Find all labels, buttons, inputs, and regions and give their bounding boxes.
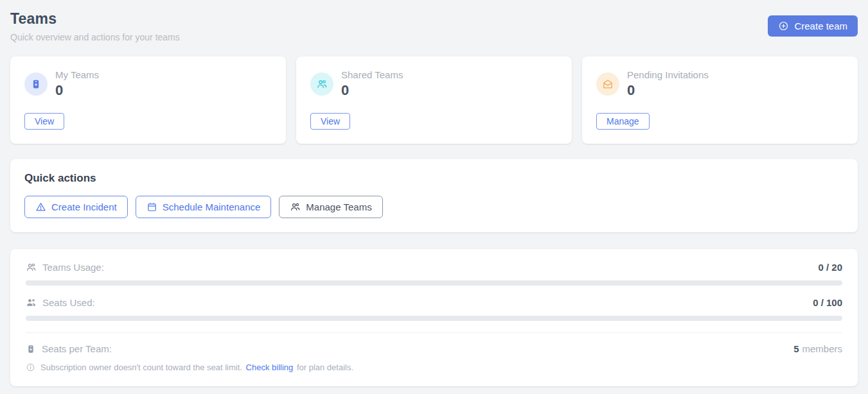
- stat-card-my-teams: My Teams 0 View: [10, 56, 286, 144]
- teams-usage-progressbar: [26, 280, 842, 286]
- view-my-teams-button[interactable]: View: [24, 113, 64, 130]
- quick-actions-card: Quick actions Create Incident Schedule M…: [10, 159, 858, 232]
- stat-label: My Teams: [55, 69, 99, 80]
- create-team-label: Create team: [794, 21, 847, 31]
- create-incident-button[interactable]: Create Incident: [24, 196, 128, 218]
- seats-used-value: 0 / 100: [813, 297, 842, 308]
- manage-invitations-button[interactable]: Manage: [596, 113, 650, 130]
- stat-value: 0: [341, 82, 403, 99]
- warning-icon: [35, 201, 46, 212]
- seats-per-team-value: 5members: [793, 343, 842, 354]
- badge-icon: [24, 73, 48, 96]
- stat-label: Pending Invitations: [627, 69, 709, 80]
- stats-row: My Teams 0 View Shared Teams 0 View: [10, 56, 858, 144]
- teams-usage-row: Teams Usage: 0 / 20: [26, 262, 842, 273]
- seats-used-row: Seats Used: 0 / 100: [26, 297, 842, 308]
- page-title: Teams: [10, 10, 180, 28]
- stat-value: 0: [55, 82, 99, 99]
- seats-used-label: Seats Used:: [42, 297, 95, 308]
- check-billing-link[interactable]: Check billing: [246, 363, 294, 372]
- quick-actions-title: Quick actions: [24, 172, 844, 185]
- view-shared-teams-button[interactable]: View: [310, 113, 350, 130]
- seats-per-team-row: Seats per Team: 5members: [26, 343, 842, 354]
- badge-icon: [26, 344, 36, 354]
- users-filled-icon: [26, 297, 37, 308]
- teams-usage-value: 0 / 20: [818, 262, 842, 273]
- usage-card: Teams Usage: 0 / 20 Seats Used: 0 / 100 …: [10, 249, 858, 386]
- calendar-icon: [146, 201, 157, 212]
- create-team-button[interactable]: Create team: [768, 15, 858, 37]
- teams-page: Teams Quick overview and actions for you…: [0, 0, 868, 386]
- stat-label: Shared Teams: [341, 69, 403, 80]
- seats-per-team-label: Seats per Team:: [42, 343, 112, 354]
- manage-teams-button[interactable]: Manage Teams: [279, 196, 382, 218]
- note-suffix: for plan details.: [297, 363, 353, 372]
- mail-open-icon: [596, 73, 619, 96]
- note-prefix: Subscription owner doesn't count toward …: [40, 363, 242, 372]
- page-header-text: Teams Quick overview and actions for you…: [10, 10, 180, 42]
- divider: [26, 332, 842, 333]
- stat-value: 0: [627, 82, 709, 99]
- stat-card-pending-invitations: Pending Invitations 0 Manage: [582, 56, 858, 144]
- users-icon: [310, 73, 333, 96]
- teams-usage-label: Teams Usage:: [42, 262, 104, 273]
- users-icon: [290, 201, 301, 212]
- page-header: Teams Quick overview and actions for you…: [10, 10, 858, 42]
- plus-circle-icon: [778, 21, 789, 31]
- users-outline-icon: [26, 262, 37, 273]
- page-subtitle: Quick overview and actions for your team…: [10, 32, 180, 42]
- seats-used-progressbar: [26, 316, 842, 321]
- stat-card-shared-teams: Shared Teams 0 View: [296, 56, 572, 144]
- seat-limit-note: Subscription owner doesn't count toward …: [26, 363, 842, 372]
- info-icon: [26, 363, 35, 372]
- schedule-maintenance-button[interactable]: Schedule Maintenance: [136, 196, 272, 218]
